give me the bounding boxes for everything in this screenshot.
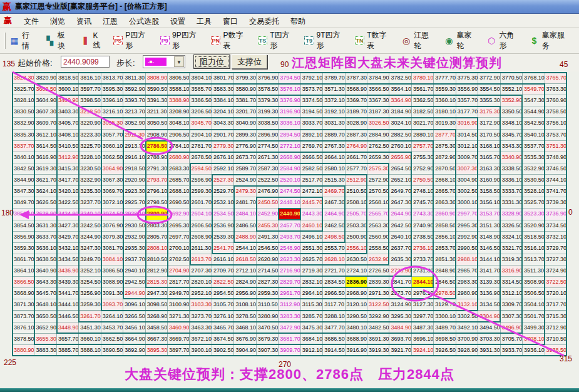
- gann-cell: 2832.10: [301, 277, 323, 288]
- gann-cell: 2512.90: [346, 175, 367, 186]
- angle-label-315: 315: [560, 354, 572, 363]
- menu-item-文件[interactable]: 文件: [18, 15, 44, 28]
- gann-cell: 3638.50: [34, 254, 56, 266]
- gann-cell: 2508.10: [346, 197, 367, 209]
- gann-cell: 3765.70: [545, 73, 567, 84]
- toolbar-button-p-number-table[interactable]: PNP数字表: [211, 30, 250, 51]
- gann-cell: 2973.70: [389, 288, 411, 299]
- page-title: 江恩矩阵图大盘未来关键位测算预判: [292, 54, 502, 71]
- gann-cell: 2676.10: [212, 152, 234, 163]
- gann-cell: 2568.10: [367, 197, 389, 209]
- gann-cell: 3352.90: [501, 95, 523, 106]
- gann-cell: 3415.30: [57, 163, 79, 175]
- gann-cell: 3120.10: [346, 299, 367, 311]
- step-swatch: [145, 58, 167, 66]
- menu-item-公式选股[interactable]: 公式选股: [123, 15, 165, 28]
- gann-cell: 2906.50: [168, 130, 190, 141]
- gann-cell: 2988.10: [456, 254, 478, 266]
- menu-item-窗口[interactable]: 窗口: [217, 15, 243, 28]
- support-button[interactable]: 支撑位: [232, 54, 267, 69]
- gann-cell: 3597.70: [79, 84, 101, 95]
- toolbar-button-kline[interactable]: ⫼K线: [80, 31, 105, 51]
- gann-cell: 2577.70: [346, 163, 367, 175]
- menu-item-浏览[interactable]: 浏览: [44, 15, 71, 28]
- menu-item-资讯[interactable]: 资讯: [71, 15, 97, 28]
- gann-cell: 3422.50: [57, 197, 79, 209]
- market-quotes-icon: ▦: [9, 36, 19, 46]
- gann-cell: 3208.90: [168, 106, 190, 118]
- toolbar-button-hexagon[interactable]: ⬡六角形: [486, 30, 521, 51]
- gann-cell: 3288.10: [323, 311, 345, 322]
- gann-cell: 3364.90: [389, 95, 411, 106]
- gann-cell: 3451.30: [79, 322, 101, 334]
- chevron-down-icon[interactable]: ▼: [174, 56, 184, 67]
- gann-cell: 2599.30: [190, 186, 212, 197]
- gann-cell: 3686.50: [323, 334, 345, 345]
- toolbar-button-sectors[interactable]: ▚板块: [44, 30, 72, 51]
- t-square-icon: TS: [258, 36, 267, 45]
- gann-cell: 3468.10: [234, 322, 256, 334]
- gann-cell: 2911.30: [123, 130, 145, 141]
- gann-cell: 2868.10: [434, 175, 456, 186]
- gann-cell: 3057.70: [101, 130, 123, 141]
- gann-cell: 2690.50: [168, 197, 190, 209]
- gann-cell: 2709.70: [212, 266, 234, 277]
- resistance-button[interactable]: 阻力位: [193, 54, 230, 69]
- gann-cell: 2731.30: [412, 266, 434, 277]
- gann-cell: 2632.90: [367, 254, 389, 266]
- gann-cell: 3252.10: [79, 266, 101, 277]
- gann-cell: 2551.30: [301, 243, 323, 254]
- gann-cell: 3602.50: [34, 84, 56, 95]
- gann-cell: 3194.50: [301, 106, 323, 118]
- gann-cell: 3038.50: [257, 118, 279, 129]
- gann-cell: 2582.50: [301, 163, 323, 175]
- gann-cell: 3612.10: [34, 130, 56, 141]
- toolbar-handle[interactable]: [4, 33, 6, 49]
- gann-cell: 3667.30: [146, 334, 168, 345]
- gann-cell: 2716.90: [279, 266, 300, 277]
- gann-cell: 2750.50: [412, 175, 434, 186]
- gann-cell: 3758.50: [545, 106, 567, 118]
- gann-cell: 3336.10: [501, 175, 523, 186]
- gann-cell: 3511.30: [523, 266, 545, 277]
- toolbar-button-9t-square[interactable]: T99T四方形: [304, 30, 347, 51]
- gann-cell: 2493.70: [279, 232, 300, 243]
- gann-cell: 3530.50: [523, 175, 545, 186]
- toolbar-button-winner-service[interactable]: $赢家服务: [529, 30, 571, 51]
- menu-item-江恩[interactable]: 江恩: [97, 15, 123, 28]
- toolbar-button-t-number-table[interactable]: TNT数字表: [355, 30, 393, 51]
- gann-cell: 3561.70: [412, 84, 434, 95]
- toolbar-button-gann-wheel[interactable]: ◎江恩轮: [401, 30, 436, 51]
- gann-cell: 3552.10: [501, 84, 523, 95]
- gann-cell: 3470.50: [257, 322, 279, 334]
- gann-cell: 3775.30: [456, 73, 478, 84]
- gann-cell: 3480.10: [346, 322, 367, 334]
- gann-cell: 3787.30: [346, 73, 367, 84]
- gann-cell: 3230.50: [79, 163, 101, 175]
- menu-item-设置[interactable]: 设置: [165, 15, 191, 28]
- toolbar-button-t-square[interactable]: TST四方形: [258, 30, 296, 51]
- gann-cell: 3232.90: [79, 175, 101, 186]
- toolbar-button-p-square[interactable]: PSP四方形: [113, 30, 152, 51]
- gann-cell: 3931.30: [478, 345, 500, 356]
- gann-cell: 3811.30: [123, 73, 145, 84]
- gann-cell: 3732.10: [545, 232, 567, 243]
- gann-cell: 2839.30: [367, 277, 389, 288]
- menu-item-交易委托[interactable]: 交易委托: [243, 15, 285, 28]
- gann-cell: 2702.50: [168, 254, 190, 266]
- gann-cell: 3122.50: [367, 299, 389, 311]
- toolbar-button-winner-wheel[interactable]: ◉赢家轮: [444, 30, 478, 51]
- gann-cell: 2654.50: [389, 163, 411, 175]
- gann-cell: 2714.50: [257, 266, 279, 277]
- gann-cell: 3645.70: [34, 288, 56, 299]
- start-price-input[interactable]: [61, 56, 110, 68]
- gann-cell: 3676.90: [234, 334, 256, 345]
- toolbar-button-9p-square[interactable]: P99P四方形: [160, 30, 203, 51]
- gann-cell: 3069.70: [101, 186, 123, 197]
- gann-cell: 3708.10: [523, 334, 545, 345]
- menu-item-帮助[interactable]: 帮助: [285, 15, 311, 28]
- step-dropdown[interactable]: ▼: [143, 55, 185, 68]
- gann-cell: 3079.30: [101, 232, 123, 243]
- toolbar-button-market-quotes[interactable]: ▦行情: [9, 30, 37, 51]
- menu-item-工具[interactable]: 工具: [191, 15, 217, 28]
